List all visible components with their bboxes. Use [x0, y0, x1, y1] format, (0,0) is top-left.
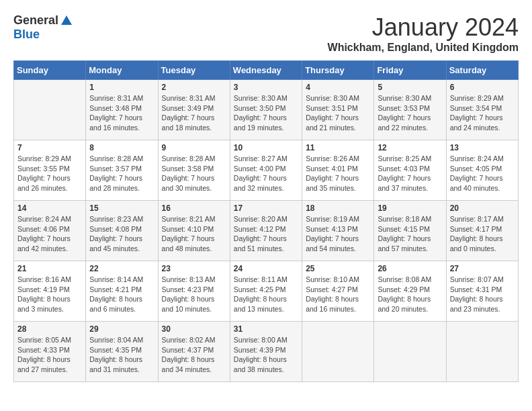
day-number: 20: [450, 203, 515, 213]
calendar-cell: 27Sunrise: 8:07 AM Sunset: 4:31 PM Dayli…: [446, 261, 518, 322]
calendar-cell: [374, 322, 446, 382]
location-title: Whickham, England, United Kingdom: [328, 42, 519, 54]
cell-details: Sunrise: 8:18 AM Sunset: 4:15 PM Dayligh…: [378, 214, 442, 254]
page-header: General Blue January 2024 Whickham, Engl…: [13, 13, 519, 54]
cell-details: Sunrise: 8:24 AM Sunset: 4:06 PM Dayligh…: [17, 214, 82, 254]
calendar-cell: 25Sunrise: 8:10 AM Sunset: 4:27 PM Dayli…: [302, 261, 374, 322]
cell-details: Sunrise: 8:29 AM Sunset: 3:54 PM Dayligh…: [450, 93, 515, 133]
calendar-cell: [446, 322, 518, 382]
calendar-week-row: 1Sunrise: 8:31 AM Sunset: 3:48 PM Daylig…: [14, 80, 519, 140]
cell-details: Sunrise: 8:10 AM Sunset: 4:27 PM Dayligh…: [306, 275, 370, 314]
calendar-cell: 31Sunrise: 8:00 AM Sunset: 4:39 PM Dayli…: [230, 322, 302, 382]
calendar-cell: [302, 322, 374, 382]
day-number: 6: [450, 83, 515, 92]
day-header-sunday: Sunday: [14, 61, 86, 80]
cell-details: Sunrise: 8:28 AM Sunset: 3:58 PM Dayligh…: [162, 154, 226, 193]
calendar-cell: 23Sunrise: 8:13 AM Sunset: 4:23 PM Dayli…: [158, 261, 230, 322]
calendar-cell: 20Sunrise: 8:17 AM Sunset: 4:17 PM Dayli…: [446, 201, 518, 261]
day-header-friday: Friday: [374, 61, 446, 80]
calendar-cell: 17Sunrise: 8:20 AM Sunset: 4:12 PM Dayli…: [230, 201, 302, 261]
day-number: 11: [306, 143, 370, 152]
day-number: 23: [162, 264, 226, 273]
day-number: 31: [234, 324, 298, 334]
cell-details: Sunrise: 8:00 AM Sunset: 4:39 PM Dayligh…: [234, 335, 298, 375]
day-number: 18: [306, 203, 370, 213]
cell-details: Sunrise: 8:24 AM Sunset: 4:05 PM Dayligh…: [450, 154, 515, 193]
calendar-cell: 14Sunrise: 8:24 AM Sunset: 4:06 PM Dayli…: [14, 201, 86, 261]
day-number: 22: [89, 264, 154, 273]
calendar-cell: 12Sunrise: 8:25 AM Sunset: 4:03 PM Dayli…: [374, 140, 446, 201]
cell-details: Sunrise: 8:04 AM Sunset: 4:35 PM Dayligh…: [89, 335, 154, 375]
day-number: 25: [306, 264, 370, 273]
day-number: 4: [306, 83, 370, 92]
day-header-thursday: Thursday: [302, 61, 374, 80]
logo-blue-text: Blue: [13, 28, 40, 42]
calendar-header-row: SundayMondayTuesdayWednesdayThursdayFrid…: [14, 61, 519, 80]
day-number: 30: [162, 324, 226, 334]
day-number: 16: [162, 203, 226, 213]
day-header-saturday: Saturday: [446, 61, 518, 80]
cell-details: Sunrise: 8:08 AM Sunset: 4:29 PM Dayligh…: [378, 275, 442, 314]
day-number: 10: [234, 143, 298, 152]
calendar-cell: 5Sunrise: 8:30 AM Sunset: 3:53 PM Daylig…: [374, 80, 446, 140]
calendar-cell: 30Sunrise: 8:02 AM Sunset: 4:37 PM Dayli…: [158, 322, 230, 382]
cell-details: Sunrise: 8:07 AM Sunset: 4:31 PM Dayligh…: [450, 275, 515, 314]
day-number: 3: [234, 83, 298, 92]
cell-details: Sunrise: 8:20 AM Sunset: 4:12 PM Dayligh…: [234, 214, 298, 254]
day-number: 1: [89, 83, 154, 92]
calendar-week-row: 7Sunrise: 8:29 AM Sunset: 3:55 PM Daylig…: [14, 140, 519, 201]
calendar-cell: 16Sunrise: 8:21 AM Sunset: 4:10 PM Dayli…: [158, 201, 230, 261]
calendar-cell: 26Sunrise: 8:08 AM Sunset: 4:29 PM Dayli…: [374, 261, 446, 322]
calendar-cell: 2Sunrise: 8:31 AM Sunset: 3:49 PM Daylig…: [158, 80, 230, 140]
cell-details: Sunrise: 8:31 AM Sunset: 3:49 PM Dayligh…: [162, 93, 226, 133]
day-number: 5: [378, 83, 442, 92]
calendar-cell: 18Sunrise: 8:19 AM Sunset: 4:13 PM Dayli…: [302, 201, 374, 261]
calendar-cell: 28Sunrise: 8:05 AM Sunset: 4:33 PM Dayli…: [14, 322, 86, 382]
cell-details: Sunrise: 8:16 AM Sunset: 4:19 PM Dayligh…: [17, 275, 82, 314]
day-number: 8: [89, 143, 154, 152]
calendar-cell: 13Sunrise: 8:24 AM Sunset: 4:05 PM Dayli…: [446, 140, 518, 201]
cell-details: Sunrise: 8:19 AM Sunset: 4:13 PM Dayligh…: [306, 214, 370, 254]
day-number: 15: [89, 203, 154, 213]
day-number: 28: [17, 324, 82, 334]
logo: General Blue: [13, 13, 73, 42]
logo-icon: [60, 14, 73, 28]
cell-details: Sunrise: 8:14 AM Sunset: 4:21 PM Dayligh…: [89, 275, 154, 314]
calendar-week-row: 21Sunrise: 8:16 AM Sunset: 4:19 PM Dayli…: [14, 261, 519, 322]
cell-details: Sunrise: 8:29 AM Sunset: 3:55 PM Dayligh…: [17, 154, 82, 193]
cell-details: Sunrise: 8:05 AM Sunset: 4:33 PM Dayligh…: [17, 335, 82, 375]
cell-details: Sunrise: 8:26 AM Sunset: 4:01 PM Dayligh…: [306, 154, 370, 193]
calendar-cell: 7Sunrise: 8:29 AM Sunset: 3:55 PM Daylig…: [14, 140, 86, 201]
cell-details: Sunrise: 8:27 AM Sunset: 4:00 PM Dayligh…: [234, 154, 298, 193]
calendar-cell: 8Sunrise: 8:28 AM Sunset: 3:57 PM Daylig…: [86, 140, 158, 201]
day-header-monday: Monday: [86, 61, 158, 80]
cell-details: Sunrise: 8:21 AM Sunset: 4:10 PM Dayligh…: [162, 214, 226, 254]
day-number: 14: [17, 203, 82, 213]
cell-details: Sunrise: 8:02 AM Sunset: 4:37 PM Dayligh…: [162, 335, 226, 375]
day-number: 17: [234, 203, 298, 213]
cell-details: Sunrise: 8:30 AM Sunset: 3:50 PM Dayligh…: [234, 93, 298, 133]
logo-general-text: General: [13, 13, 58, 28]
day-number: 13: [450, 143, 515, 152]
svg-marker-0: [61, 15, 72, 25]
day-number: 2: [162, 83, 226, 92]
calendar-cell: 11Sunrise: 8:26 AM Sunset: 4:01 PM Dayli…: [302, 140, 374, 201]
day-number: 29: [89, 324, 154, 334]
day-number: 19: [378, 203, 442, 213]
day-header-tuesday: Tuesday: [158, 61, 230, 80]
cell-details: Sunrise: 8:30 AM Sunset: 3:51 PM Dayligh…: [306, 93, 370, 133]
day-number: 12: [378, 143, 442, 152]
cell-details: Sunrise: 8:25 AM Sunset: 4:03 PM Dayligh…: [378, 154, 442, 193]
calendar-cell: 22Sunrise: 8:14 AM Sunset: 4:21 PM Dayli…: [86, 261, 158, 322]
cell-details: Sunrise: 8:23 AM Sunset: 4:08 PM Dayligh…: [89, 214, 154, 254]
calendar-cell: 6Sunrise: 8:29 AM Sunset: 3:54 PM Daylig…: [446, 80, 518, 140]
day-number: 7: [17, 143, 82, 152]
day-header-wednesday: Wednesday: [230, 61, 302, 80]
calendar-cell: 3Sunrise: 8:30 AM Sunset: 3:50 PM Daylig…: [230, 80, 302, 140]
cell-details: Sunrise: 8:31 AM Sunset: 3:48 PM Dayligh…: [89, 93, 154, 133]
calendar-cell: 10Sunrise: 8:27 AM Sunset: 4:00 PM Dayli…: [230, 140, 302, 201]
month-title: January 2024: [328, 13, 519, 42]
calendar-cell: 1Sunrise: 8:31 AM Sunset: 3:48 PM Daylig…: [86, 80, 158, 140]
calendar-week-row: 14Sunrise: 8:24 AM Sunset: 4:06 PM Dayli…: [14, 201, 519, 261]
day-number: 24: [234, 264, 298, 273]
